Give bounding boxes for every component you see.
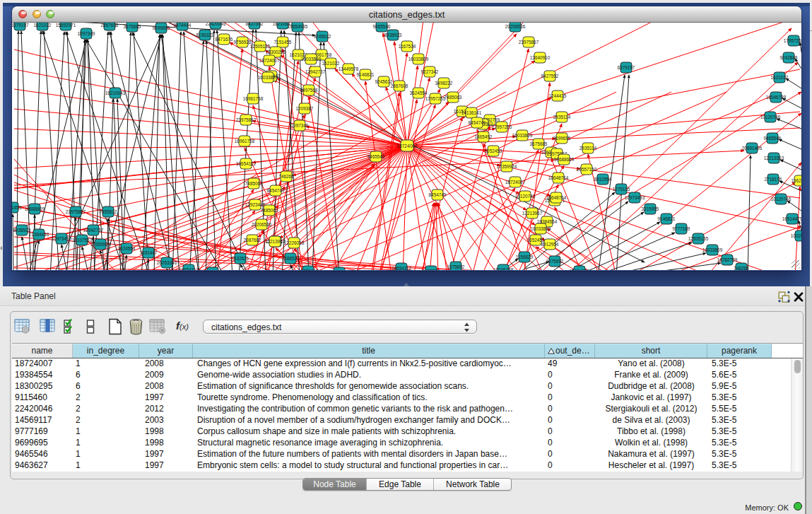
svg-text:13640910: 13640910 — [530, 55, 551, 60]
svg-text:20557150: 20557150 — [577, 167, 597, 172]
svg-text:12923446: 12923446 — [245, 202, 266, 207]
svg-text:14136141: 14136141 — [461, 110, 482, 115]
svg-text:9474444: 9474444 — [174, 23, 192, 28]
svg-text:16961758: 16961758 — [243, 96, 264, 101]
svg-text:1052453: 1052453 — [485, 148, 502, 153]
svg-text:13449578: 13449578 — [339, 66, 359, 71]
svg-text:17957255: 17957255 — [784, 38, 801, 43]
svg-text:21364436: 21364436 — [29, 232, 49, 237]
svg-text:9245612: 9245612 — [314, 34, 331, 39]
svg-text:6379197: 6379197 — [618, 65, 635, 70]
svg-text:9146821: 9146821 — [658, 216, 676, 221]
svg-text:3675685: 3675685 — [124, 24, 141, 29]
svg-text:17957255: 17957255 — [425, 96, 446, 101]
svg-text:1621022: 1621022 — [771, 75, 789, 80]
svg-text:2867608: 2867608 — [391, 83, 408, 88]
svg-text:19654935: 19654935 — [288, 24, 308, 29]
svg-text:12213363: 12213363 — [764, 156, 784, 160]
svg-text:16648764: 16648764 — [546, 195, 567, 200]
svg-text:16648764: 16648764 — [548, 175, 569, 180]
svg-text:2718176: 2718176 — [765, 177, 782, 182]
svg-text:22420046: 22420046 — [206, 23, 226, 26]
svg-text:8938923: 8938923 — [384, 33, 402, 37]
svg-text:8454749: 8454749 — [469, 120, 486, 125]
svg-text:23975867: 23975867 — [66, 209, 86, 214]
svg-text:8912954: 8912954 — [594, 177, 612, 182]
svg-text:9242848: 9242848 — [780, 55, 798, 60]
svg-text:9146821: 9146821 — [357, 72, 375, 77]
svg-text:9756928: 9756928 — [234, 40, 252, 45]
svg-text:16033809: 16033809 — [258, 75, 278, 80]
svg-text:7485063: 7485063 — [445, 95, 462, 100]
svg-text:16033809: 16033809 — [408, 57, 429, 62]
svg-text:746266: 746266 — [278, 174, 294, 179]
svg-text:3624554: 3624554 — [118, 246, 136, 251]
svg-text:10688609: 10688609 — [25, 206, 45, 211]
svg-text:1209387: 1209387 — [296, 106, 314, 111]
svg-text:1588520: 1588520 — [282, 256, 300, 261]
svg-text:1075692: 1075692 — [447, 264, 465, 269]
svg-text:746266: 746266 — [734, 266, 749, 270]
svg-text:9465546: 9465546 — [373, 24, 391, 29]
svg-text:9227342: 9227342 — [421, 69, 439, 74]
svg-text:20206536: 20206536 — [252, 222, 272, 227]
svg-text:10688609: 10688609 — [554, 157, 575, 162]
svg-text:1244415: 1244415 — [549, 93, 567, 98]
svg-text:1275115: 1275115 — [613, 187, 630, 192]
svg-text:18300295: 18300295 — [266, 49, 286, 54]
svg-text:1865492: 1865492 — [475, 134, 493, 139]
svg-text:2935114: 2935114 — [579, 146, 597, 151]
svg-text:16210643: 16210643 — [105, 90, 126, 95]
svg-text:9699695: 9699695 — [553, 136, 571, 141]
svg-text:23975867: 23975867 — [236, 117, 257, 122]
svg-text:20691406: 20691406 — [742, 146, 763, 151]
svg-text:2935114: 2935114 — [553, 115, 571, 119]
svg-text:8912954: 8912954 — [541, 242, 559, 247]
svg-text:8471676: 8471676 — [216, 37, 233, 42]
svg-text:10120746: 10120746 — [771, 197, 792, 201]
svg-text:2867608: 2867608 — [101, 23, 119, 28]
svg-text:9777169: 9777169 — [673, 226, 690, 231]
svg-text:18724007: 18724007 — [505, 180, 526, 185]
svg-text:7485063: 7485063 — [261, 208, 278, 213]
svg-text:1097349: 1097349 — [78, 31, 95, 36]
svg-text:1362615: 1362615 — [792, 178, 801, 183]
svg-text:6379197: 6379197 — [12, 23, 29, 28]
svg-text:16961758: 16961758 — [235, 139, 255, 144]
svg-text:6497568: 6497568 — [300, 88, 318, 93]
svg-text:16046788: 16046788 — [766, 95, 787, 100]
svg-text:1691447: 1691447 — [140, 250, 158, 255]
svg-text:7151455: 7151455 — [274, 40, 292, 45]
svg-text:1621022: 1621022 — [34, 23, 52, 28]
svg-text:7485063: 7485063 — [245, 181, 263, 186]
svg-text:15720407: 15720407 — [298, 269, 319, 270]
svg-text:12505135: 12505135 — [688, 236, 709, 241]
svg-text:23975867: 23975867 — [519, 40, 539, 45]
svg-text:1097349: 1097349 — [291, 123, 309, 128]
svg-text:10973493: 10973493 — [52, 236, 72, 241]
svg-text:12213967: 12213967 — [265, 239, 286, 244]
svg-text:20206536: 20206536 — [505, 24, 526, 29]
svg-text:3498222: 3498222 — [435, 81, 453, 86]
svg-text:9465546: 9465546 — [764, 136, 782, 141]
svg-text:1621022: 1621022 — [322, 61, 340, 66]
svg-text:16033809: 16033809 — [531, 226, 551, 231]
svg-text:7151455: 7151455 — [12, 205, 22, 210]
svg-text:12942737: 12942737 — [305, 69, 326, 74]
svg-text:17359924: 17359924 — [90, 242, 111, 247]
svg-text:2087682: 2087682 — [244, 238, 261, 243]
svg-text:12942737: 12942737 — [83, 228, 104, 233]
svg-text:17359924: 17359924 — [497, 164, 517, 169]
svg-text:3624554: 3624554 — [410, 90, 428, 95]
svg-text:8196323: 8196323 — [196, 33, 214, 37]
svg-text:3675685: 3675685 — [530, 141, 548, 146]
svg-text:16033809: 16033809 — [301, 57, 322, 62]
svg-text:16033809: 16033809 — [512, 133, 533, 138]
svg-text:15692971: 15692971 — [56, 23, 76, 28]
svg-text:17957255: 17957255 — [492, 124, 512, 129]
svg-text:10654112: 10654112 — [236, 161, 256, 166]
svg-text:8454749: 8454749 — [267, 188, 285, 193]
svg-text:10120746: 10120746 — [760, 115, 781, 119]
svg-text:18724007: 18724007 — [259, 58, 280, 63]
svg-text:16033809: 16033809 — [702, 247, 723, 252]
